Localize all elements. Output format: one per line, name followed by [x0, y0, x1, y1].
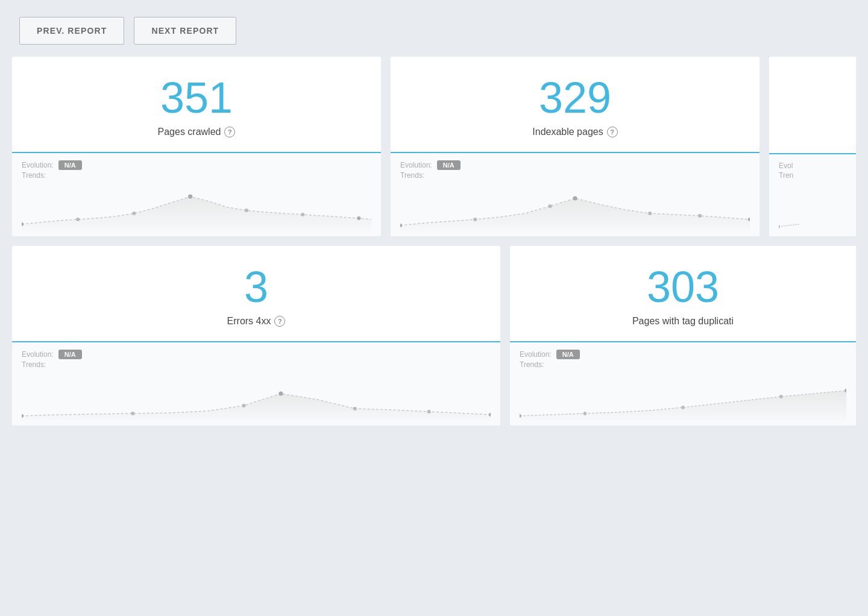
evolution-label: Evolution: [22, 161, 54, 169]
card-bottom: Evol Tren [769, 154, 856, 236]
svg-point-8 [473, 218, 477, 221]
evolution-label: Evolution: [22, 350, 54, 359]
trends-label: Trends: [400, 171, 750, 180]
evolution-row: Evolution: N/A [22, 350, 491, 359]
svg-point-9 [548, 204, 552, 208]
row2: 3 Errors 4xx ? Evolution: N/A Trends: [0, 246, 868, 438]
errors-4xx-card: 3 Errors 4xx ? Evolution: N/A Trends: [12, 246, 500, 426]
svg-point-24 [681, 406, 684, 409]
card-top: 351 Pages crawled ? [12, 57, 381, 152]
na-badge: N/A [556, 350, 580, 359]
info-icon[interactable]: ? [607, 127, 618, 137]
svg-point-1 [76, 218, 80, 221]
card-top: 303 Pages with tag duplicati [510, 246, 856, 341]
chart [22, 183, 371, 231]
chart [520, 372, 846, 421]
evolution-row: Evolution: N/A [22, 160, 371, 170]
evolution-row: Evolution: N/A [400, 160, 750, 170]
chart [400, 183, 750, 231]
indexable-pages-card: 329 Indexable pages ? Evolution: N/A Tre… [391, 57, 760, 236]
card-bottom: Evolution: N/A Trends: [12, 153, 381, 236]
svg-point-16 [131, 412, 134, 415]
card-number: 3 [27, 265, 486, 309]
card-label-text: Indexable pages [532, 127, 603, 137]
na-badge: N/A [437, 160, 461, 170]
partial-card: Evol Tren [769, 57, 856, 236]
pages-crawled-card: 351 Pages crawled ? Evolution: N/A Trend… [12, 57, 381, 236]
info-icon[interactable]: ? [224, 127, 235, 137]
prev-report-button[interactable]: PREV. REPORT [19, 17, 124, 45]
trends-label: Tren [779, 171, 846, 180]
svg-point-14 [779, 225, 780, 228]
svg-point-19 [353, 407, 357, 410]
card-number: 303 [524, 265, 841, 309]
chart [779, 183, 846, 231]
svg-point-23 [583, 412, 587, 415]
card-bottom: Evolution: N/A Trends: [391, 153, 760, 236]
na-badge: N/A [58, 160, 82, 170]
row1: 351 Pages crawled ? Evolution: N/A Trend… [0, 57, 868, 246]
card-number: 329 [405, 76, 745, 119]
na-badge: N/A [58, 350, 82, 359]
card-label-text: Pages with tag duplicati [632, 316, 734, 327]
svg-point-4 [245, 209, 248, 212]
svg-point-3 [188, 195, 192, 199]
next-report-button[interactable]: NEXT REPORT [134, 17, 236, 45]
svg-point-6 [357, 216, 360, 220]
trends-label: Trends: [22, 171, 371, 180]
tag-duplication-card: 303 Pages with tag duplicati Evolution: … [510, 246, 856, 426]
card-bottom: Evolution: N/A Trends: [510, 342, 856, 426]
info-icon[interactable]: ? [274, 316, 285, 327]
card-label: Pages crawled ? [27, 127, 366, 137]
evolution-label: Evolution: [400, 161, 432, 169]
chart [22, 372, 491, 421]
card-label: Errors 4xx ? [27, 316, 486, 327]
cards-container: 351 Pages crawled ? Evolution: N/A Trend… [0, 57, 868, 438]
evolution-row: Evolution: N/A [520, 350, 846, 359]
svg-point-25 [779, 395, 782, 398]
card-bottom: Evolution: N/A Trends: [12, 342, 500, 426]
svg-point-10 [573, 196, 577, 201]
trends-label: Trends: [22, 360, 491, 369]
card-top: 3 Errors 4xx ? [12, 246, 500, 341]
evolution-label: Evol [779, 162, 793, 170]
card-top: 329 Indexable pages ? [391, 57, 760, 152]
top-bar: PREV. REPORT NEXT REPORT [0, 0, 868, 57]
card-top [769, 57, 856, 153]
svg-point-18 [278, 392, 283, 396]
svg-point-11 [648, 212, 652, 215]
svg-point-12 [698, 214, 702, 218]
svg-point-5 [301, 213, 304, 216]
card-number: 351 [27, 76, 366, 119]
trends-label: Trends: [520, 360, 846, 369]
card-label-text: Pages crawled [158, 127, 221, 137]
svg-point-20 [427, 410, 431, 413]
evolution-row: Evol [779, 162, 846, 170]
card-label-text: Errors 4xx [227, 316, 271, 327]
card-label: Indexable pages ? [405, 127, 745, 137]
svg-point-2 [132, 212, 136, 215]
evolution-label: Evolution: [520, 350, 552, 359]
card-label: Pages with tag duplicati [524, 316, 841, 327]
svg-point-17 [242, 404, 245, 407]
